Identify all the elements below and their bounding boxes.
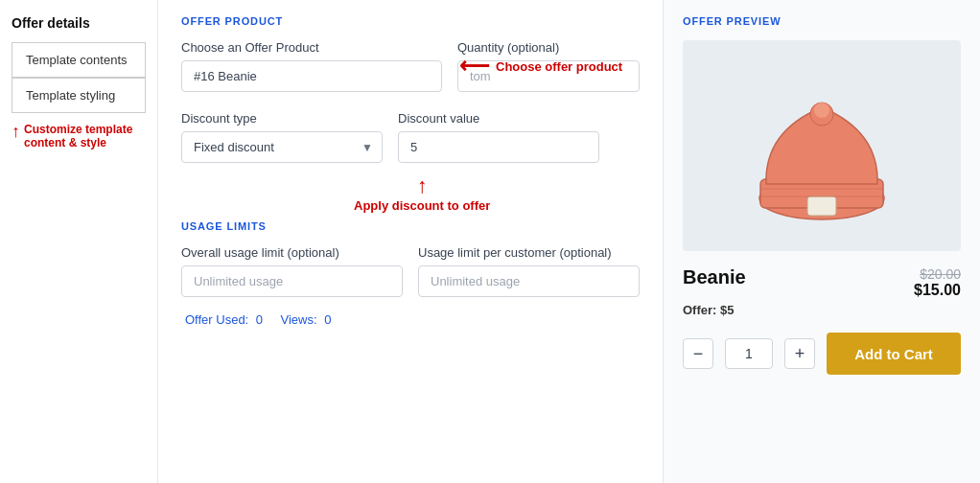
views-label: Views: [281,312,317,327]
product-image-container [683,40,961,251]
sidebar-title: Offer details [12,15,146,31]
up-arrow-icon: ↑ [12,123,20,140]
usage-limits-row: Overall usage limit (optional) Usage lim… [181,245,640,297]
offer-used-value: 0 [256,312,263,327]
discount-section: Discount type Fixed discount Percentage … [181,111,640,163]
product-field-label: Choose an Offer Product [181,40,442,55]
discount-type-label: Discount type [181,111,383,126]
quantity-field-label: Quantity (optional) [457,40,640,55]
discount-value-label: Discount value [398,111,599,126]
preview-panel: OFFER PREVIEW Beanie $20.00 $15.00 Offer… [664,0,980,483]
preview-title: OFFER PREVIEW [683,15,961,27]
per-customer-limit-input[interactable] [418,265,640,297]
discount-value-input[interactable] [398,131,599,163]
per-customer-limit-label: Usage limit per customer (optional) [418,245,640,260]
sidebar: Offer details Template contents Template… [0,0,158,483]
up-arrow-icon: ↑ [354,175,490,196]
svg-point-6 [814,103,829,118]
usage-limits-label: USAGE LIMITS [181,220,640,232]
product-info: Beanie $20.00 $15.00 [683,266,961,299]
svg-rect-2 [807,196,836,216]
original-price: $20.00 [914,266,961,282]
sidebar-item-template-contents[interactable]: Template contents [12,42,146,78]
per-customer-limit-group: Usage limit per customer (optional) [418,245,640,297]
offer-used-label: Offer Used: [185,312,248,327]
overall-limit-group: Overall usage limit (optional) [181,245,403,297]
quantity-input[interactable] [457,60,640,92]
offer-product-section-label: OFFER PRODUCT [181,15,640,27]
product-image [745,55,898,237]
product-input[interactable] [181,60,442,92]
quantity-increase-button[interactable]: + [784,338,815,369]
discount-annotation: ↑ Apply discount to offer [354,175,490,213]
sale-price: $15.00 [914,282,961,299]
quantity-row: − + Add to Cart [683,333,961,375]
customize-annotation: ↑ Customize template content & style [12,123,146,150]
overall-limit-label: Overall usage limit (optional) [181,245,403,260]
product-name: Beanie [683,266,746,288]
discount-type-group: Discount type Fixed discount Percentage … [181,111,383,163]
product-field-group: Choose an Offer Product [181,40,442,92]
discount-value-group: Discount value [398,111,599,163]
usage-limits-section: USAGE LIMITS Overall usage limit (option… [181,220,640,327]
quantity-field[interactable] [725,338,773,369]
discount-field-row: Discount type Fixed discount Percentage … [181,111,640,163]
sidebar-item-template-styling[interactable]: Template styling [12,78,146,113]
quantity-decrease-button[interactable]: − [683,338,713,369]
overall-limit-input[interactable] [181,265,403,297]
product-prices: $20.00 $15.00 [914,266,961,299]
product-quantity-row: Choose an Offer Product Quantity (option… [181,40,640,92]
add-to-cart-button[interactable]: Add to Cart [827,333,961,375]
discount-type-select[interactable]: Fixed discount Percentage discount No di… [181,131,383,163]
main-content: OFFER PRODUCT Choose an Offer Product Qu… [158,0,664,483]
discount-type-select-wrapper: Fixed discount Percentage discount No di… [181,131,383,163]
views-value: 0 [324,312,331,327]
quantity-field-group: Quantity (optional) [457,40,640,92]
offer-product-row: Choose an Offer Product Quantity (option… [181,40,640,92]
stats-row: Offer Used: 0 Views: 0 [181,312,640,327]
offer-price: Offer: $5 [683,303,961,317]
